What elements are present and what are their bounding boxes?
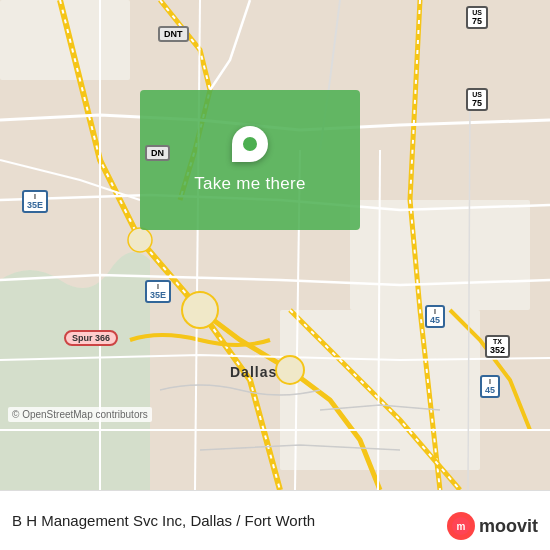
location-highlight: Take me there xyxy=(140,90,360,230)
map-container: Take me there US75 DNT US75 DN I35E I35E… xyxy=(0,0,550,490)
bottom-bar: B H Management Svc Inc, Dallas / Fort Wo… xyxy=(0,490,550,550)
svg-point-4 xyxy=(182,292,218,328)
place-name: B H Management Svc Inc, Dallas / Fort Wo… xyxy=(12,512,315,529)
city-label: Dallas xyxy=(230,364,277,380)
take-me-there-button[interactable]: Take me there xyxy=(194,174,306,194)
highway-badge-i35e-top: I35E xyxy=(22,190,48,213)
svg-point-5 xyxy=(276,356,304,384)
moovit-logo: m moovit xyxy=(447,512,538,540)
svg-point-6 xyxy=(128,228,152,252)
highway-badge-tx352: TX352 xyxy=(485,335,510,358)
highway-badge-us75-mid: US75 xyxy=(466,88,488,111)
moovit-icon: m xyxy=(447,512,475,540)
highway-badge-dn: DN xyxy=(145,145,170,161)
svg-rect-2 xyxy=(350,200,530,310)
svg-text:m: m xyxy=(457,521,466,532)
highway-badge-us75-top: US75 xyxy=(466,6,488,29)
highway-badge-i45-top: I45 xyxy=(425,305,445,328)
highway-badge-i35e-bot: I35E xyxy=(145,280,171,303)
highway-badge-i45-bot: I45 xyxy=(480,375,500,398)
moovit-text: moovit xyxy=(479,516,538,537)
map-attribution: © OpenStreetMap contributors xyxy=(8,407,152,422)
highway-badge-spur366: Spur 366 xyxy=(64,330,118,346)
highway-badge-dnt: DNT xyxy=(158,26,189,42)
location-pin xyxy=(225,119,276,170)
